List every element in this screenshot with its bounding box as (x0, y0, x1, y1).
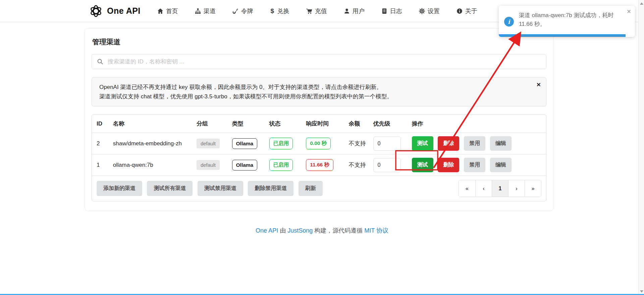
nav-item-redeem[interactable]: $ 兑换 (269, 5, 291, 17)
delete-button[interactable]: 删除 (438, 158, 459, 172)
footer-text: 由 (278, 227, 287, 234)
nav-item-label: 令牌 (241, 7, 253, 15)
response-time-label[interactable]: 11.66 秒 (306, 159, 333, 171)
refresh-button[interactable]: 刷新 (299, 181, 323, 196)
footer-link-oneapi[interactable]: One API (256, 227, 278, 234)
footer-link-mit[interactable]: MIT 协议 (364, 227, 388, 234)
nav-item-users[interactable]: 用户 (342, 5, 366, 17)
priority-input[interactable] (373, 158, 401, 172)
search-box (92, 54, 546, 69)
nav-item-topup[interactable]: 充值 (305, 5, 328, 17)
cell-name: shaw/dmeta-embedding-zh (110, 133, 193, 154)
brand-logo[interactable]: One API (89, 4, 141, 18)
settings-icon (419, 8, 425, 14)
nav-item-label: 充值 (315, 7, 327, 15)
add-channel-button[interactable]: 添加新的渠道 (97, 181, 142, 196)
nav-list: 首页 渠道 令牌 $ 兑换 充值 用户 日志 设置 (156, 5, 479, 17)
table-header-row: ID 名称 分组 类型 状态 响应时间 余额 优先级 操作 (92, 115, 546, 133)
toast-notification: i 渠道 ollama-qwen:7b 测试成功，耗时 11.66 秒。 × (499, 6, 635, 37)
group-tag: default (197, 160, 220, 170)
header-balance: 余额 (345, 115, 370, 133)
cell-name: ollama-qwen:7b (110, 154, 193, 176)
notice-line-1: OpenAI 渠道已经不再支持通过 key 获取余额，因此余额显示为 0。对于支… (99, 83, 530, 92)
key-icon (232, 8, 238, 14)
scroll-down-icon[interactable] (640, 290, 643, 293)
nav-item-logs[interactable]: 日志 (380, 5, 404, 17)
home-icon (157, 8, 163, 14)
footer-link-justsong[interactable]: JustSong (287, 227, 313, 234)
toast-message: 渠道 ollama-qwen:7b 测试成功，耗时 11.66 秒。 (519, 11, 623, 29)
nav-item-tokens[interactable]: 令牌 (231, 5, 255, 17)
nav-item-label: 关于 (465, 7, 477, 15)
delete-button[interactable]: 删除 (438, 136, 459, 151)
nav-item-label: 渠道 (204, 7, 216, 15)
brand-name: One API (107, 6, 141, 16)
pagination-next[interactable]: › (508, 180, 525, 197)
pagination-prev[interactable]: ‹ (475, 180, 492, 197)
delete-disabled-channels-button[interactable]: 删除禁用渠道 (248, 181, 293, 196)
nav-item-about[interactable]: 关于 (455, 5, 479, 17)
nav-item-label: 兑换 (277, 7, 289, 15)
balance-text[interactable]: 不支持 (348, 162, 366, 168)
close-icon[interactable]: × (537, 81, 541, 88)
type-label: Ollama (232, 138, 258, 149)
header-group: 分组 (193, 115, 229, 133)
pagination-last[interactable]: » (525, 180, 541, 197)
toast-progress-bar (499, 34, 626, 37)
close-icon[interactable]: × (627, 8, 631, 15)
pagination-page-1[interactable]: 1 (492, 180, 508, 197)
cell-id: 2 (92, 133, 110, 154)
table-row: 2 shaw/dmeta-embedding-zh default Ollama… (92, 133, 546, 154)
dollar-icon: $ (270, 7, 275, 15)
page-title: 管理渠道 (92, 37, 546, 47)
footer-text: 构建，源代码遵循 (313, 227, 364, 234)
notice-line-2: 渠道测试仅支持 chat 模型，优先使用 gpt-3.5-turbo，如果该模型… (99, 92, 530, 101)
nav-item-label: 首页 (166, 7, 178, 15)
info-icon: i (504, 17, 514, 27)
nav-item-settings[interactable]: 设置 (418, 5, 441, 17)
header-id: ID (92, 115, 110, 133)
cell-id: 1 (92, 154, 110, 176)
search-input[interactable] (92, 54, 546, 69)
disable-button[interactable]: 禁用 (464, 136, 485, 151)
test-disabled-channels-button[interactable]: 测试禁用渠道 (198, 181, 243, 196)
header-priority: 优先级 (370, 115, 409, 133)
pagination-first[interactable]: « (459, 180, 475, 197)
header-name: 名称 (110, 115, 193, 133)
priority-input[interactable] (373, 137, 401, 151)
header-type: 类型 (229, 115, 266, 133)
nav-item-home[interactable]: 首页 (156, 5, 179, 17)
type-label: Ollama (232, 160, 258, 170)
log-icon (381, 8, 387, 14)
user-icon (344, 8, 350, 14)
header-status: 状态 (266, 115, 303, 133)
sitemap-icon (195, 8, 201, 14)
cart-icon (306, 8, 312, 14)
group-tag: default (197, 139, 220, 148)
openai-logo-icon (89, 4, 103, 18)
toolbar: 添加新的渠道 测试所有渠道 测试禁用渠道 删除禁用渠道 刷新 (97, 181, 323, 196)
scrollbar[interactable] (638, 0, 644, 295)
header-operations: 操作 (409, 115, 546, 133)
test-button[interactable]: 测试 (412, 158, 433, 172)
search-icon (97, 58, 103, 65)
info-icon (457, 8, 463, 14)
balance-text[interactable]: 不支持 (348, 140, 366, 147)
response-time-label[interactable]: 0.00 秒 (306, 138, 331, 149)
disable-button[interactable]: 禁用 (464, 158, 485, 172)
nav-item-label: 日志 (390, 7, 402, 15)
pagination: « ‹ 1 › » (459, 180, 541, 197)
test-button[interactable]: 测试 (412, 136, 433, 151)
scroll-up-icon[interactable] (640, 2, 643, 5)
header-response-time: 响应时间 (303, 115, 345, 133)
nav-item-label: 用户 (353, 7, 365, 15)
status-badge: 已启用 (269, 138, 293, 149)
notice-message: OpenAI 渠道已经不再支持通过 key 获取余额，因此余额显示为 0。对于支… (92, 77, 546, 106)
table-row: 1 ollama-qwen:7b default Ollama 已启用 11.6… (92, 154, 546, 176)
site-footer: One API 由 JustSong 构建，源代码遵循 MIT 协议 (0, 227, 644, 235)
status-badge: 已启用 (269, 159, 293, 171)
edit-button[interactable]: 编辑 (490, 136, 512, 151)
test-all-channels-button[interactable]: 测试所有渠道 (147, 181, 193, 196)
nav-item-channels[interactable]: 渠道 (194, 5, 217, 17)
edit-button[interactable]: 编辑 (490, 158, 512, 172)
